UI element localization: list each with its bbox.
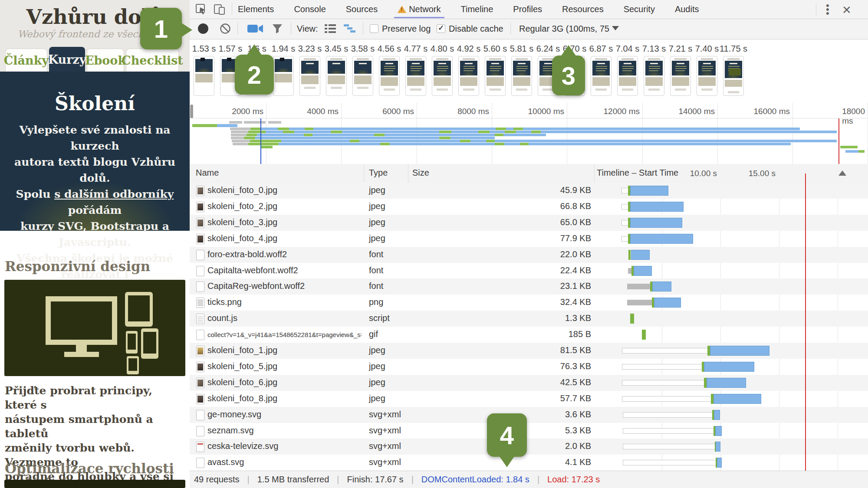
- filmstrip-thumbnail[interactable]: [697, 56, 717, 96]
- overview-bar: [281, 140, 837, 142]
- resource-image-icon: [196, 362, 204, 372]
- tab-resources[interactable]: Resources: [562, 4, 604, 14]
- tab-label: Elements: [238, 4, 274, 14]
- throttling-dropdown[interactable]: Regular 3G (100ms, 75: [519, 24, 609, 34]
- column-header-name[interactable]: Name: [196, 168, 219, 178]
- disable-cache-label: Disable cache: [449, 24, 503, 34]
- resource-icon-fill: [197, 412, 203, 419]
- preserve-log-checkbox[interactable]: [370, 24, 378, 33]
- site-nav-tab-3[interactable]: Checklist: [126, 49, 179, 72]
- filmstrip-thumbnail[interactable]: [194, 56, 214, 96]
- cell-name: skoleni_foto_5.jpg: [207, 361, 362, 371]
- thumb-text-line: [675, 68, 687, 69]
- tab-elements[interactable]: Elements: [238, 4, 274, 14]
- column-header-size[interactable]: Size: [412, 168, 429, 178]
- thumb-chrome-bar: [489, 58, 501, 60]
- table-row[interactable]: avast.svgsvg+xml4.1 KB: [190, 455, 868, 471]
- filmstrip-thumbnail[interactable]: [405, 56, 426, 96]
- waterfall-cell: [594, 247, 868, 263]
- filmstrip-thumbnail[interactable]: [352, 56, 373, 96]
- table-row[interactable]: seznam.svgsvg+xml5.3 KB: [190, 423, 868, 439]
- filmstrip-thumbnail[interactable]: [511, 56, 532, 96]
- view-list-icon[interactable]: [325, 24, 336, 33]
- tab-security[interactable]: Security: [624, 4, 655, 14]
- thumb-beige-block: [195, 74, 213, 82]
- disable-cache-checkbox[interactable]: [437, 24, 445, 33]
- tab-profiles[interactable]: Profiles: [513, 4, 542, 14]
- filter-funnel-icon[interactable]: [272, 23, 283, 34]
- waterfall-cell: [594, 278, 868, 295]
- table-row[interactable]: skoleni_foto_4.jpgjpeg77.9 KB: [190, 231, 868, 247]
- cell-type: jpeg: [369, 233, 385, 243]
- filmstrip-thumbnail[interactable]: [617, 56, 638, 96]
- filmstrip-thumbnail[interactable]: [299, 56, 320, 96]
- tab-network[interactable]: Network: [398, 4, 441, 14]
- table-row[interactable]: count.jsscript1.3 KB: [190, 311, 868, 327]
- sort-arrow-icon[interactable]: [838, 170, 846, 176]
- table-row[interactable]: ge-money.svgsvg+xml3.6 KB: [190, 407, 868, 423]
- table-row[interactable]: skoleni_foto_6.jpgjpeg42.5 KB: [190, 375, 868, 391]
- thumb-chrome-bar: [436, 58, 448, 60]
- thumb-nav-block: [407, 61, 424, 75]
- kebab-menu-icon[interactable]: •••: [826, 3, 829, 15]
- tab-audits[interactable]: Audits: [675, 4, 699, 14]
- filmstrip-thumbnail[interactable]: [644, 56, 664, 96]
- table-row[interactable]: skoleni_foto_8.jpgjpeg57.7 KB: [190, 391, 868, 407]
- resource-image-icon: [196, 298, 204, 308]
- table-row[interactable]: skoleni_foto_3.jpgjpeg65.0 KB: [190, 215, 868, 231]
- site-nav-tab-1[interactable]: Kurzy: [49, 47, 85, 72]
- table-row[interactable]: skoleni_foto_5.jpgjpeg76.3 KB: [190, 359, 868, 375]
- device-toolbar-icon[interactable]: [214, 4, 226, 15]
- filmstrip-thumbnail[interactable]: [273, 56, 294, 96]
- tab-console[interactable]: Console: [294, 4, 326, 14]
- resource-file-icon: [196, 410, 204, 420]
- resource-icon-fill: [197, 331, 203, 338]
- filmstrip-thumbnail[interactable]: [485, 56, 506, 96]
- filmstrip-thumbnail[interactable]: [670, 56, 691, 96]
- table-row[interactable]: foro-extra-bold.woff2font22.0 KB: [190, 247, 868, 263]
- record-button[interactable]: [198, 23, 208, 34]
- resource-icon-fill: [197, 364, 203, 370]
- cell-name: seznam.svg: [207, 426, 362, 436]
- table-row[interactable]: collect?v=1&_v=j41&a=1548652281&t=pagevi…: [190, 327, 868, 343]
- table-row[interactable]: skoleni_foto_1.jpgjpeg81.5 KB: [190, 343, 868, 359]
- filmstrip-camera-icon[interactable]: [247, 24, 264, 33]
- thumb-text-line: [516, 70, 526, 71]
- close-devtools-icon[interactable]: ✕: [842, 3, 852, 17]
- text-link[interactable]: s dalšími odborníky: [54, 188, 174, 200]
- overview-scroll-nub[interactable]: [190, 105, 193, 118]
- site-nav-tab-2[interactable]: Ebook: [87, 49, 124, 72]
- column-header-timeline[interactable]: Timeline – Start Time: [597, 168, 678, 178]
- overview-bar: [380, 143, 390, 145]
- text-segment: pořádám: [68, 204, 122, 216]
- table-row[interactable]: CapitaReg-webfont.woff2font23.1 KB: [190, 278, 868, 295]
- table-row[interactable]: Capitalta-webfont.woff2font22.4 KB: [190, 263, 868, 279]
- thumb-nav-block: [592, 61, 610, 75]
- thumb-text-line: [622, 66, 634, 67]
- tab-sources[interactable]: Sources: [346, 4, 378, 14]
- filmstrip-thumbnail[interactable]: [432, 56, 453, 96]
- table-row[interactable]: ceska-televize.svgsvg+xml2.0 KB: [190, 439, 868, 455]
- thumb-logo-tab: [227, 58, 231, 61]
- tab-timeline[interactable]: Timeline: [461, 4, 493, 14]
- filmstrip-thumbnail[interactable]: [379, 56, 400, 96]
- devtools-tabs: ElementsConsoleSourcesNetworkTimelinePro…: [238, 0, 699, 19]
- waterfall-cell: [594, 407, 868, 423]
- filmstrip-thumbnail[interactable]: [591, 56, 612, 96]
- filmstrip: 1.53 s1.57 s1.6 s1.94 s3.23 s3.45 s3.58 …: [190, 39, 868, 103]
- inspect-element-icon[interactable]: [196, 4, 207, 15]
- column-header-type[interactable]: Type: [369, 168, 388, 178]
- overview-bar: [478, 131, 490, 133]
- site-nav-tab-0[interactable]: Články: [5, 49, 47, 72]
- view-waterfall-icon[interactable]: [344, 24, 356, 33]
- clear-button[interactable]: [220, 23, 231, 34]
- filmstrip-thumbnail[interactable]: [723, 56, 744, 96]
- filmstrip-thumbnail[interactable]: [326, 56, 347, 96]
- network-overview[interactable]: 2000 ms4000 ms6000 ms8000 ms10000 ms1200…: [190, 103, 868, 164]
- overview-bar: [255, 137, 439, 139]
- table-row[interactable]: skoleni_foto_2.jpgjpeg66.8 KB: [190, 199, 868, 215]
- dropdown-arrow-icon[interactable]: [612, 26, 619, 30]
- table-row[interactable]: ticks.pngpng32.4 KB: [190, 295, 868, 311]
- filmstrip-thumbnail[interactable]: [458, 56, 479, 96]
- table-row[interactable]: skoleni_foto_0.jpgjpeg45.9 KB: [190, 183, 868, 199]
